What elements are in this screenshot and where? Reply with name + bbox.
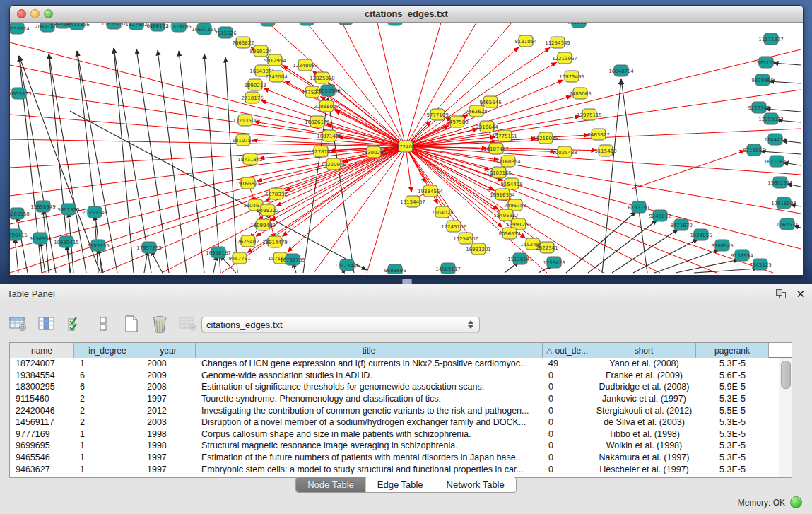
graph-node[interactable]: 5905135 <box>87 240 109 251</box>
tab-edge-table[interactable]: Edge Table <box>366 477 435 492</box>
table-settings-icon[interactable] <box>7 313 30 335</box>
graph-node[interactable]: 1733426 <box>543 257 565 268</box>
row-height-icon[interactable] <box>92 313 114 335</box>
graph-node[interactable]: 16671355 <box>192 23 217 35</box>
graph-node[interactable]: 9890213 <box>244 79 266 90</box>
column-header-in_degree[interactable]: in_degree <box>74 343 141 358</box>
graph-node[interactable]: 12245102 <box>441 221 466 232</box>
graph-node[interactable]: 14569117 <box>435 263 461 274</box>
graph-node[interactable]: 24055724 <box>10 23 30 34</box>
graph-node[interactable]: 1244415 <box>764 134 786 145</box>
graph-node[interactable]: 2718176 <box>241 92 264 103</box>
graph-node[interactable]: 25266950 <box>10 208 30 219</box>
column-header-year[interactable]: year <box>141 343 196 358</box>
close-window-icon[interactable] <box>17 9 26 18</box>
graph-node[interactable]: 9115460 <box>594 145 616 156</box>
graph-node[interactable]: 3813054 <box>567 23 590 28</box>
close-panel-icon[interactable]: ✕ <box>796 288 805 299</box>
graph-node[interactable]: 1527602 <box>125 23 147 30</box>
graph-node[interactable]: 7625402 <box>237 235 259 247</box>
graph-node[interactable]: 15692971 <box>767 177 793 188</box>
graph-node[interactable]: 7204028 <box>431 206 453 218</box>
vertical-scrollbar[interactable] <box>779 358 792 477</box>
table-selector-dropdown[interactable]: citations_edges.txt <box>201 317 480 332</box>
scrollbar-thumb[interactable] <box>781 361 791 389</box>
table-row[interactable]: 1830029562008Estimation of significance … <box>10 381 779 393</box>
graph-node[interactable]: 9227349 <box>748 102 770 113</box>
graph-node[interactable]: 16210643 <box>764 156 789 167</box>
graph-node[interactable]: 16914479 <box>262 236 288 247</box>
zoom-window-icon[interactable] <box>44 9 53 18</box>
table-row[interactable]: 969969511998Structural magnetic resonanc… <box>10 440 779 452</box>
graph-node[interactable]: 15254302 <box>453 233 478 244</box>
table-row[interactable]: 2242004622012Investigating the contribut… <box>10 404 779 416</box>
graph-node[interactable]: 12213509 <box>233 115 258 126</box>
graph-node[interactable]: 8215955 <box>743 144 765 156</box>
graph-node[interactable]: 10411356 <box>64 23 90 30</box>
graph-node[interactable]: 10635415 <box>54 236 79 247</box>
memory-status-led[interactable] <box>790 496 802 508</box>
new-document-icon[interactable] <box>120 313 143 335</box>
table-row[interactable]: 911546021997Tourette syndrome. Phenomeno… <box>10 393 779 405</box>
graph-node[interactable]: 10719185 <box>166 23 192 32</box>
select-all-check-icon[interactable] <box>64 313 86 335</box>
graph-node[interactable]: 12093872 <box>758 113 784 124</box>
column-header-out_de[interactable]: △out_de... <box>543 343 592 358</box>
graph-node[interactable]: 9699695 <box>384 264 406 274</box>
network-window-titlebar[interactable]: citations_edges.txt <box>10 6 803 23</box>
graph-node[interactable]: 5878332 <box>265 188 287 199</box>
table-row[interactable]: 946554611997Estimation of the future num… <box>10 452 779 464</box>
graph-node[interactable]: 5912954 <box>264 54 286 66</box>
graph-node[interactable]: 12213967 <box>552 52 577 64</box>
delete-trash-icon[interactable] <box>148 313 171 335</box>
column-header-name[interactable]: name <box>10 343 74 358</box>
graph-node[interactable]: 17016504 <box>771 197 796 209</box>
table-row[interactable]: 946362711997Embryonic stem cells: a mode… <box>10 463 779 475</box>
graph-node[interactable]: 7943125 <box>749 259 771 270</box>
column-visibility-icon[interactable] <box>35 313 58 335</box>
graph-node[interactable]: 1010755 <box>232 134 254 146</box>
graph-node[interactable]: 9465546 <box>479 96 502 107</box>
graph-node[interactable]: 16216035 <box>533 132 558 144</box>
graph-node[interactable]: 16099489 <box>250 219 276 230</box>
minimize-window-icon[interactable] <box>30 9 40 18</box>
graph-node[interactable]: 9156354 <box>29 233 52 244</box>
graph-node[interactable]: 18512274 <box>255 23 281 26</box>
table-row[interactable]: 1456911722003Disruption of a novel membe… <box>10 416 779 428</box>
graph-node[interactable]: 12825800 <box>310 72 335 83</box>
graph-node[interactable]: 9245012 <box>649 210 671 221</box>
graph-node[interactable]: 11171937 <box>758 33 784 45</box>
network-window[interactable]: citations_edges.txt 18724007766382289601… <box>9 5 804 276</box>
graph-node[interactable]: 1167531 <box>776 218 798 230</box>
graph-node[interactable]: 6497568 <box>446 116 468 127</box>
graph-node[interactable]: 7663822 <box>232 37 254 48</box>
table-row[interactable]: 1872400712008Changes of HCN gene express… <box>10 358 779 370</box>
graph-node[interactable]: 10653257 <box>101 23 126 29</box>
graph-node[interactable]: 18296415 <box>10 229 28 240</box>
graph-node[interactable]: 15134457 <box>400 196 425 207</box>
graph-node[interactable]: 15136141 <box>507 253 533 264</box>
graph-node[interactable]: 15272602 <box>294 23 319 25</box>
float-panel-icon[interactable] <box>776 289 786 298</box>
column-header-title[interactable]: title <box>196 343 543 358</box>
graph-node[interactable]: 8131054 <box>514 35 537 47</box>
network-canvas[interactable]: 1872400776638228960124591295416543351234… <box>10 23 803 275</box>
graph-node[interactable]: 7485063 <box>569 88 591 99</box>
graph-node[interactable]: 7462628 <box>465 105 487 117</box>
graph-node[interactable]: 17957253 <box>136 242 162 253</box>
graph-node[interactable]: 9586545 <box>711 240 733 251</box>
graph-node[interactable]: 6793191 <box>628 201 649 213</box>
graph-node[interactable]: 10025488 <box>552 146 577 158</box>
graph-node[interactable]: 15751074 <box>753 57 779 68</box>
graph-node[interactable]: 12923446 <box>334 259 360 271</box>
graph-node[interactable]: 9457791 <box>228 252 250 264</box>
graph-node[interactable]: 22068047 <box>314 100 339 112</box>
graph-node[interactable]: 9329966 <box>751 74 774 86</box>
graph-node[interactable]: 16991201 <box>466 243 491 255</box>
graph-node[interactable]: 11254349 <box>545 37 570 48</box>
graph-node[interactable]: 10465223 <box>333 23 358 25</box>
graph-node[interactable]: 7515526 <box>214 27 237 38</box>
graph-node[interactable]: 16253141 <box>382 23 408 25</box>
graph-node[interactable]: 12248083 <box>293 59 318 71</box>
tab-network-table[interactable]: Network Table <box>435 477 516 492</box>
